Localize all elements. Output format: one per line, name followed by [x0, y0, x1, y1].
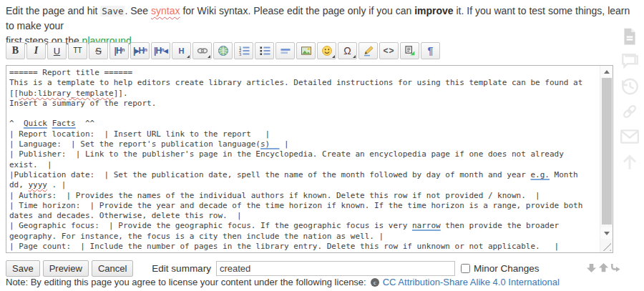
jump-up-icon[interactable] [597, 262, 609, 273]
triangle-up-icon [604, 67, 610, 74]
headline-select-button[interactable]: H [172, 42, 191, 59]
license-link[interactable]: CC Attribution-Share Alike 4.0 Internati… [383, 277, 560, 287]
jump-down-icon[interactable] [585, 262, 597, 273]
bold-button-glyph: B [12, 46, 19, 56]
editor-line: exist. | [9, 160, 600, 170]
editor-scrollbar[interactable] [600, 66, 613, 252]
arrow-up-icon [620, 152, 640, 174]
license-note-text: Note: By editing this page you agree to … [6, 277, 366, 287]
editor-line: | Time horizon: | Provide the year and d… [9, 201, 600, 211]
editor-line: | Authors: | Provides the names of the i… [9, 191, 600, 201]
dropdown-corner-icon [187, 55, 190, 58]
bold-button[interactable]: B [6, 42, 25, 59]
scrollbar-thumb[interactable] [602, 78, 612, 225]
image-button[interactable] [296, 42, 316, 59]
editor-line: dd, yyyy . | [9, 180, 600, 190]
ordered-list-button[interactable]: 123 [234, 42, 253, 59]
plugin-button[interactable] [400, 42, 419, 59]
special-chars-button[interactable]: Ω [338, 42, 357, 59]
globe-icon [218, 45, 229, 56]
page-tool-revisions[interactable] [618, 77, 641, 99]
headline-higher-button[interactable]: |Hⁿ◂ [151, 42, 170, 59]
save-key-label: Save [100, 6, 125, 16]
code-button[interactable]: <> [379, 42, 399, 59]
monospace-button[interactable]: TT [68, 42, 87, 59]
headline-lower-button[interactable]: |▸Hⁿ [130, 42, 150, 59]
headline-higher-button-glyph: |Hⁿ◂ [154, 46, 167, 55]
monospace-button-glyph: TT [73, 47, 82, 54]
preview-button[interactable]: Preview [43, 260, 89, 277]
save-button[interactable]: Save [6, 260, 40, 277]
triangle-down-icon [604, 232, 610, 238]
minor-changes-label: Minor Changes [474, 263, 540, 274]
page-tool-back-to-top[interactable] [618, 152, 641, 174]
code-button-glyph: <> [383, 46, 394, 55]
dropdown-corner-icon [353, 55, 356, 58]
italic-button-glyph: I [34, 46, 38, 56]
page-tool-show[interactable] [618, 27, 641, 49]
dropdown-corner-icon [332, 55, 335, 58]
svg-text:3: 3 [239, 52, 241, 56]
signature-icon [363, 45, 374, 56]
special-chars-button-glyph: Ω [343, 46, 351, 56]
external-link-button[interactable] [213, 42, 233, 59]
minor-changes-checkbox[interactable] [461, 264, 470, 273]
page-tools [618, 27, 643, 177]
editor-line: ^ Quick Facts ^^ [9, 119, 600, 129]
headline-same-button-glyph: |Hⁿ [114, 46, 125, 55]
paragraph-button[interactable]: ¶ [421, 42, 440, 59]
toolbar: BIUTTS|Hⁿ|▸Hⁿ|Hⁿ◂H123Ω<>¶ [6, 42, 441, 59]
horizontal-rule-icon [280, 45, 291, 56]
editor-line: [[hub:library_template]]. [9, 89, 600, 99]
editor-line: | Language: | Set the report's publicati… [9, 139, 600, 149]
wiki-editor: ====== Report title ======This is a temp… [6, 65, 613, 253]
editor-line: This is a template to help editors creat… [9, 78, 600, 88]
strike-button[interactable]: S [89, 42, 108, 59]
internal-link-button[interactable] [192, 42, 212, 59]
editor-line: | Report location: | Insert URL link to … [9, 129, 600, 139]
backlink-chain-icon [620, 102, 640, 124]
jump-back-icon[interactable] [610, 262, 621, 273]
editor-line: | Geographic focus: | Provide the geogra… [9, 221, 600, 231]
intro-text-segment: . See [125, 5, 151, 16]
unordered-list-icon [259, 45, 270, 56]
headline-lower-button-glyph: |▸Hⁿ [133, 46, 147, 55]
chain-link-icon [197, 46, 208, 56]
syntax-link[interactable]: syntax [151, 5, 180, 16]
image-icon [301, 45, 312, 56]
editor-line: Insert a summary of the report. [9, 99, 600, 109]
headline-select-button-glyph: H [179, 47, 185, 55]
page-tool-discussion[interactable] [618, 52, 641, 74]
editor-line: dates and decades. Otherwise, delete thi… [9, 211, 600, 221]
file-icon [622, 27, 638, 49]
horizontal-rule-button[interactable] [275, 42, 295, 59]
italic-button[interactable]: I [26, 42, 46, 59]
wiki-textarea[interactable]: ====== Report title ======This is a temp… [6, 66, 600, 252]
headline-same-button[interactable]: |Hⁿ [109, 42, 129, 59]
editor-line: |Publication date: | Set the publication… [9, 170, 600, 180]
edit-summary-input[interactable] [216, 261, 455, 276]
speech-bubble-icon [620, 53, 640, 73]
smiley-icon [321, 45, 333, 56]
editor-line: | Page count: | Include the number of pa… [9, 242, 600, 252]
smiley-button[interactable] [317, 42, 336, 59]
dropdown-corner-icon [208, 55, 210, 58]
editor-line: | Publisher: | Link to the publisher's p… [9, 149, 600, 159]
bottom-jump-icons [585, 262, 622, 273]
signature-button[interactable] [358, 42, 378, 59]
scroll-up-button[interactable] [600, 66, 613, 77]
page-tool-backlinks[interactable] [618, 102, 641, 124]
editor-line: geography. For instance, the focus is a … [9, 232, 600, 242]
editor-line: ====== Report title ====== [9, 68, 600, 78]
page-tool-subscribe[interactable] [618, 127, 641, 149]
scroll-down-button[interactable] [600, 227, 613, 239]
unordered-list-button[interactable] [255, 42, 274, 59]
svg-text:c: c [374, 279, 376, 286]
paragraph-button-glyph: ¶ [428, 46, 434, 56]
action-bar: Save Preview Cancel Edit summary Minor C… [6, 260, 539, 277]
editor-line [9, 109, 600, 119]
minor-changes-field: Minor Changes [461, 263, 540, 274]
cancel-button[interactable]: Cancel [92, 260, 133, 277]
underline-button[interactable]: U [47, 42, 67, 59]
history-icon [620, 77, 640, 99]
